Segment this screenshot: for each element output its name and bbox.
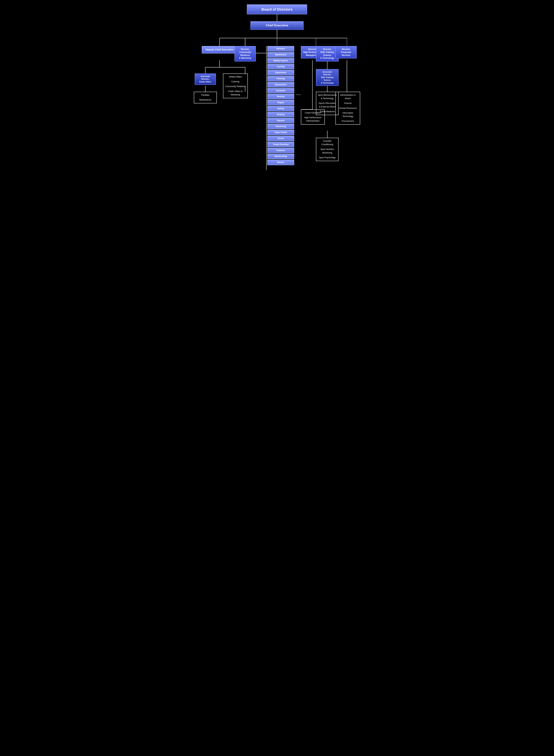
sport-18: Windsurfing — [267, 154, 294, 159]
sport-10: Sailing — [267, 106, 294, 111]
sport-9: Rugby — [267, 100, 294, 105]
org-nodes: Board of Directors Chief Executive Deput… — [192, 4, 362, 190]
community-subs-box: Athlete Affairs Catering Community Relat… — [223, 73, 248, 98]
assoc-estate-box: AssociateDirector,Estate Office — [195, 73, 216, 85]
board-box: Board of Directors — [247, 4, 307, 14]
elite-nutr: Sport Nutrition Monitoring — [318, 148, 337, 154]
dce-box: Deputy Chief Executive — [202, 46, 237, 53]
dir-community-box: Director,Community Relations& Marketing — [234, 46, 256, 61]
org-chart-root: Board of Directors Chief Executive Deput… — [0, 0, 554, 756]
sport-17: Triathlon — [267, 148, 294, 153]
sport-13: Swimming — [267, 124, 294, 129]
sport-0: Athletics — [267, 46, 294, 52]
corp-it: Information Technology — [337, 111, 358, 118]
sport-6: Gymnastics — [267, 82, 294, 88]
corp-hr: Human Resources — [337, 107, 358, 110]
estate-subs-box: Facilities Maintenance — [194, 92, 217, 103]
ce-box: Chief Executive — [251, 21, 303, 30]
sport-16: Tenpin Bowling — [267, 142, 294, 147]
comm-athlete: Athlete Affairs — [225, 75, 246, 78]
sport-3: Cycling — [267, 64, 294, 69]
corporate-subs-box: Administration & Board Finance Human Res… — [335, 92, 360, 125]
sport-7: Karatedo — [267, 88, 294, 94]
elite-psych: Sport Psychology — [318, 156, 337, 159]
elite-info: Sports Information & External Affairs — [318, 102, 337, 108]
assoc-elite-box: AssociateDirector,Elite TrainingScience&… — [316, 69, 339, 86]
sport-8: Rowing — [267, 94, 294, 99]
sport-2: Billiard Sports — [267, 58, 294, 64]
elite-bio: Sport Biomechanics & Technology — [318, 94, 337, 100]
hp-admin: High Performance Administration — [303, 116, 323, 123]
comm-pa: Public Affairs & Marketing — [225, 90, 246, 97]
sport-15: Tennis — [267, 136, 294, 141]
sports-column: Athletics Badminton Billiard Sports Cycl… — [267, 46, 294, 165]
sport-5: Fencing — [267, 76, 294, 82]
sport-11: Skating — [267, 112, 294, 117]
elite-subs-1-box: Sport Biomechanics & Technology Sports I… — [316, 92, 339, 115]
sport-12: Squash — [267, 118, 294, 123]
corp-admin: Administration & Board — [337, 94, 358, 100]
elite-subs-2-box: Scientific Conditioning Sport Nutrition … — [316, 138, 339, 161]
sport-19: Wushu — [267, 160, 294, 165]
elite-sci: Scientific Conditioning — [318, 140, 337, 146]
estate-maintenance: Maintenance — [196, 98, 215, 102]
org-chart-center: Board of Directors Chief Executive Deput… — [192, 4, 362, 190]
corp-proc: Procurement — [337, 119, 358, 123]
elite-med: Sports Medicine — [318, 110, 337, 113]
estate-facilities: Facilities — [196, 94, 215, 97]
comm-catering: Catering — [225, 80, 246, 84]
sport-4: Equestrian — [267, 70, 294, 75]
comm-cr: Community Relations — [225, 85, 246, 88]
sport-1: Badminton — [267, 52, 294, 58]
dir-elite-box: Director,Elite TrainingScience& Technolo… — [316, 46, 339, 61]
dir-corporate-box: Director,CorporateServices — [335, 46, 357, 58]
corp-finance: Finance — [337, 102, 358, 105]
sport-14: Table Tennis — [267, 130, 294, 135]
